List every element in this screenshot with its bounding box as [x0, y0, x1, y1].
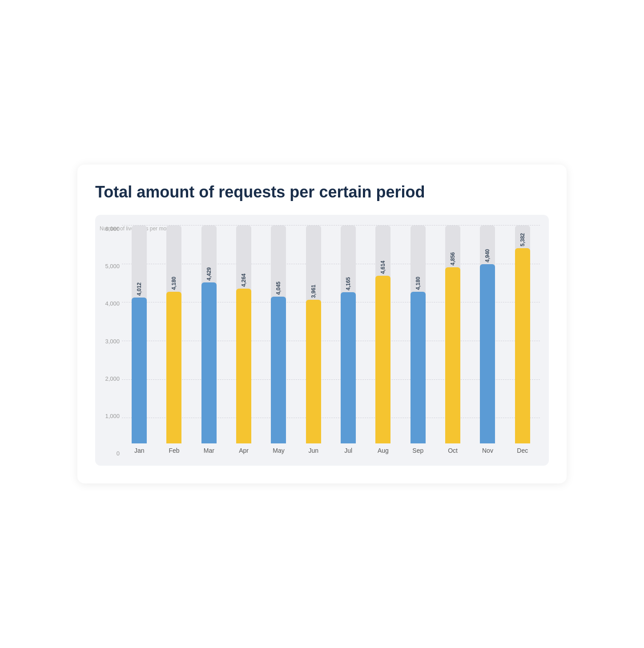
bar-value-label: 4,180 — [171, 277, 177, 290]
month-group: 4,180Sep — [401, 225, 435, 457]
bar-fill — [201, 282, 217, 443]
bars-pair: 4,180 — [157, 225, 191, 443]
month-group: 4,045May — [261, 225, 296, 457]
bar-wrapper: 4,940 — [480, 225, 495, 443]
bar-value-label: 4,012 — [136, 282, 142, 296]
month-label: May — [273, 447, 284, 454]
bar-wrapper: 4,614 — [375, 225, 390, 443]
bar-fill — [480, 264, 495, 443]
bar-wrapper: 4,180 — [166, 225, 181, 443]
bar-fill — [271, 297, 286, 443]
bar-fill — [166, 292, 181, 443]
bars-pair: 4,614 — [366, 225, 400, 443]
chart-inner: 01,0002,0003,0004,0005,0006,0004,012Jan4… — [122, 225, 540, 457]
bar-wrapper: 3,961 — [306, 225, 321, 443]
bars-container: 4,012Jan4,180Feb4,429Mar4,264Apr4,045May… — [122, 225, 540, 457]
chart-area: Number of live chats per month 01,0002,0… — [95, 215, 549, 466]
bar-value-label: 4,180 — [415, 277, 421, 290]
y-tick: 5,000 — [97, 263, 120, 270]
month-label: Feb — [169, 447, 179, 454]
bars-pair: 4,180 — [401, 225, 435, 443]
bars-pair: 4,264 — [226, 225, 261, 443]
bar-value-label: 5,382 — [519, 233, 526, 246]
bars-pair: 4,940 — [470, 225, 505, 443]
bar-wrapper: 4,180 — [411, 225, 426, 443]
bar-value-label: 4,045 — [275, 282, 282, 295]
bars-pair: 4,165 — [331, 225, 366, 443]
bar-fill — [515, 248, 530, 444]
chart-card: Total amount of requests per certain per… — [77, 165, 567, 483]
bars-pair: 4,045 — [261, 225, 296, 443]
month-group: 4,614Aug — [366, 225, 400, 457]
bar-wrapper: 4,045 — [271, 225, 286, 443]
bars-pair: 4,012 — [122, 225, 157, 443]
y-tick: 3,000 — [97, 338, 120, 345]
month-label: Jun — [309, 447, 319, 454]
y-tick: 4,000 — [97, 300, 120, 307]
month-label: Oct — [448, 447, 458, 454]
month-label: Sep — [412, 447, 423, 454]
bars-pair: 5,382 — [505, 225, 540, 443]
bar-value-label: 4,429 — [206, 267, 212, 281]
month-label: Apr — [239, 447, 249, 454]
month-group: 4,180Feb — [157, 225, 191, 457]
month-label: Dec — [517, 447, 528, 454]
bars-pair: 4,856 — [435, 225, 470, 443]
bar-wrapper: 4,165 — [341, 225, 356, 443]
bar-fill — [236, 289, 251, 443]
bar-wrapper: 4,429 — [201, 225, 217, 443]
bar-value-label: 4,165 — [345, 277, 351, 290]
month-group: 4,012Jan — [122, 225, 157, 457]
bar-wrapper: 4,856 — [445, 225, 460, 443]
month-label: Mar — [204, 447, 214, 454]
month-label: Jul — [344, 447, 352, 454]
month-group: 4,940Nov — [470, 225, 505, 457]
bar-fill — [132, 298, 147, 443]
month-label: Aug — [378, 447, 389, 454]
chart-body: 01,0002,0003,0004,0005,0006,0004,012Jan4… — [122, 225, 540, 457]
bar-wrapper: 5,382 — [515, 225, 530, 443]
bar-wrapper: 4,012 — [132, 225, 147, 443]
month-group: 4,264Apr — [226, 225, 261, 457]
chart-title: Total amount of requests per certain per… — [95, 182, 549, 201]
bar-value-label: 4,856 — [450, 252, 456, 266]
bar-value-label: 4,614 — [380, 261, 386, 274]
month-label: Jan — [134, 447, 145, 454]
month-group: 4,856Oct — [435, 225, 470, 457]
bar-value-label: 4,264 — [241, 274, 247, 287]
bar-fill — [341, 292, 356, 443]
month-label: Nov — [482, 447, 493, 454]
month-group: 5,382Dec — [505, 225, 540, 457]
bar-value-label: 4,940 — [484, 249, 491, 262]
bar-fill — [411, 292, 426, 443]
bars-pair: 4,429 — [192, 225, 226, 443]
month-group: 4,165Jul — [331, 225, 366, 457]
y-tick: 0 — [97, 450, 120, 457]
y-axis: 01,0002,0003,0004,0005,0006,000 — [97, 225, 120, 457]
bar-wrapper: 4,264 — [236, 225, 251, 443]
bars-pair: 3,961 — [296, 225, 331, 443]
bar-fill — [306, 300, 321, 443]
month-group: 3,961Jun — [296, 225, 331, 457]
bar-fill — [375, 276, 390, 443]
y-tick: 1,000 — [97, 413, 120, 419]
bar-fill — [445, 267, 460, 444]
bar-value-label: 3,961 — [310, 285, 317, 298]
y-tick: 2,000 — [97, 375, 120, 382]
month-group: 4,429Mar — [192, 225, 226, 457]
